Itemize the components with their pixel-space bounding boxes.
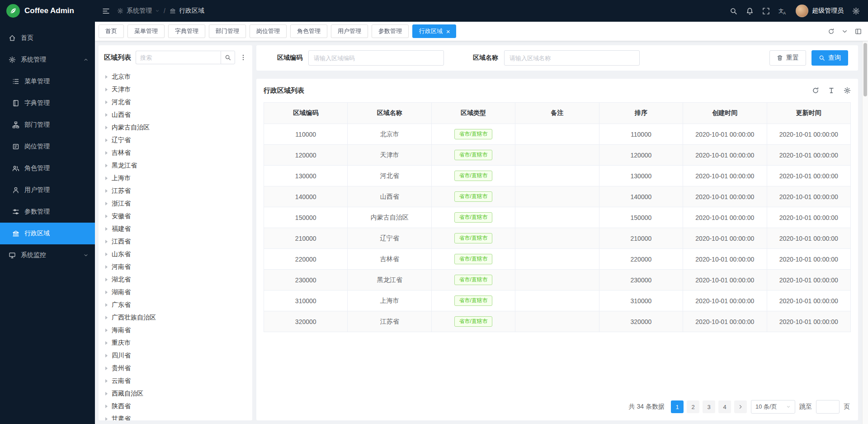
page-button-3[interactable]: 3 [703, 400, 715, 413]
table-row[interactable]: 110000北京市省市/直辖市1100002020-10-01 00:00:00… [264, 124, 851, 145]
tree-item[interactable]: 河北省 [100, 96, 250, 109]
tree-item[interactable]: 吉林省 [100, 147, 250, 159]
tree-item[interactable]: 云南省 [100, 375, 250, 387]
table-row[interactable]: 130000河北省省市/直辖市1300002020-10-01 00:00:00… [264, 166, 851, 186]
tree-item[interactable]: 广西壮族自治区 [100, 311, 250, 324]
next-page-button[interactable] [734, 400, 747, 413]
settings-gear-icon[interactable] [852, 7, 860, 15]
text-size-icon[interactable] [828, 87, 835, 94]
table-row[interactable]: 120000天津市省市/直辖市1200002020-10-01 00:00:00… [264, 145, 851, 166]
tree-item[interactable]: 上海市 [100, 172, 250, 185]
bell-icon[interactable] [746, 7, 754, 15]
sidebar-item-dict[interactable]: 字典管理 [0, 92, 95, 114]
table-row[interactable]: 230000黑龙江省省市/直辖市2300002020-10-01 00:00:0… [264, 270, 851, 291]
tree-item[interactable]: 湖南省 [100, 286, 250, 299]
caret-right-icon[interactable] [105, 164, 108, 167]
page-scrollbar[interactable] [862, 41, 868, 424]
tree-item[interactable]: 贵州省 [100, 362, 250, 375]
caret-right-icon[interactable] [105, 88, 108, 91]
tree-item[interactable]: 福建省 [100, 223, 250, 235]
reset-button[interactable]: 重置 [769, 50, 806, 66]
layout-icon[interactable] [855, 28, 862, 35]
tree-item[interactable]: 内蒙古自治区 [100, 121, 250, 134]
tab-role[interactable]: 角色管理 [290, 24, 327, 38]
tree-item[interactable]: 江西省 [100, 235, 250, 248]
caret-right-icon[interactable] [105, 265, 108, 269]
tab-dept[interactable]: 部门管理 [209, 24, 246, 38]
sidebar-group-system[interactable]: 系统管理 [0, 49, 95, 71]
column-settings-icon[interactable] [844, 87, 851, 94]
caret-right-icon[interactable] [105, 341, 108, 345]
caret-right-icon[interactable] [105, 354, 108, 357]
tree-item[interactable]: 北京市 [100, 71, 250, 83]
tab-dict[interactable]: 字典管理 [168, 24, 205, 38]
table-row[interactable]: 210000辽宁省省市/直辖市2100002020-10-01 00:00:00… [264, 228, 851, 249]
query-button[interactable]: 查询 [811, 50, 848, 66]
table-row[interactable]: 140000山西省省市/直辖市1400002020-10-01 00:00:00… [264, 186, 851, 207]
tree-item[interactable]: 山西省 [100, 109, 250, 121]
caret-right-icon[interactable] [105, 240, 108, 243]
scrollbar-thumb[interactable] [863, 43, 867, 96]
caret-right-icon[interactable] [105, 113, 108, 117]
tree-item[interactable]: 天津市 [100, 83, 250, 96]
caret-right-icon[interactable] [105, 303, 108, 307]
tree-item[interactable]: 四川省 [100, 349, 250, 362]
sidebar-item-post[interactable]: 岗位管理 [0, 136, 95, 157]
caret-right-icon[interactable] [105, 316, 108, 319]
tree-item[interactable]: 辽宁省 [100, 134, 250, 147]
caret-right-icon[interactable] [105, 138, 108, 142]
caret-right-icon[interactable] [105, 417, 108, 420]
tab-post[interactable]: 岗位管理 [250, 24, 287, 38]
caret-right-icon[interactable] [105, 100, 108, 104]
page-size-select[interactable]: 10 条/页 [751, 400, 795, 414]
tree-search-input[interactable] [136, 51, 221, 64]
region-name-input[interactable] [504, 50, 640, 66]
tab-options-chevron-icon[interactable] [841, 28, 848, 35]
caret-right-icon[interactable] [105, 189, 108, 193]
caret-right-icon[interactable] [105, 405, 108, 408]
tree-search-button[interactable] [221, 51, 235, 64]
sidebar-item-menu[interactable]: 菜单管理 [0, 71, 95, 92]
tree-item[interactable]: 陕西省 [100, 400, 250, 413]
more-options-icon[interactable] [240, 54, 247, 61]
caret-right-icon[interactable] [105, 176, 108, 180]
page-button-2[interactable]: 2 [687, 400, 699, 413]
tree-item[interactable]: 西藏自治区 [100, 387, 250, 400]
tree-item[interactable]: 江苏省 [100, 185, 250, 197]
tree-item[interactable]: 黑龙江省 [100, 159, 250, 172]
caret-right-icon[interactable] [105, 252, 108, 256]
tree-item[interactable]: 安徽省 [100, 210, 250, 223]
collapse-sidebar-icon[interactable] [102, 7, 110, 15]
tree-item[interactable]: 广东省 [100, 299, 250, 311]
table-row[interactable]: 220000吉林省省市/直辖市2200002020-10-01 00:00:00… [264, 249, 851, 270]
translate-icon[interactable]: 文A [778, 7, 787, 15]
tree-item[interactable]: 甘肃省 [100, 413, 250, 420]
caret-right-icon[interactable] [105, 329, 108, 332]
fullscreen-icon[interactable] [762, 7, 770, 15]
sidebar-item-role[interactable]: 角色管理 [0, 157, 95, 179]
tree-item[interactable]: 河南省 [100, 261, 250, 273]
sidebar-item-user[interactable]: 用户管理 [0, 179, 95, 201]
caret-right-icon[interactable] [105, 227, 108, 231]
tree-item[interactable]: 湖北省 [100, 273, 250, 286]
region-code-input[interactable] [308, 50, 444, 66]
tree-item[interactable]: 海南省 [100, 324, 250, 337]
tab-user[interactable]: 用户管理 [331, 24, 368, 38]
close-icon[interactable]: × [446, 28, 450, 35]
caret-right-icon[interactable] [105, 214, 108, 218]
page-button-4[interactable]: 4 [718, 400, 731, 413]
sidebar-item-home[interactable]: 首页 [0, 27, 95, 49]
sidebar-group-monitor[interactable]: 系统监控 [0, 244, 95, 266]
caret-right-icon[interactable] [105, 202, 108, 205]
tab-home[interactable]: 首页 [99, 24, 124, 38]
search-icon[interactable] [730, 7, 737, 15]
table-row[interactable]: 310000上海市省市/直辖市3100002020-10-01 00:00:00… [264, 291, 851, 311]
caret-right-icon[interactable] [105, 278, 108, 281]
app-logo[interactable]: Coffee Admin [0, 0, 95, 22]
sidebar-item-region[interactable]: 行政区域 [0, 223, 95, 244]
user-menu[interactable]: 超级管理员 [796, 5, 844, 17]
tree-item[interactable]: 浙江省 [100, 197, 250, 210]
caret-right-icon[interactable] [105, 379, 108, 383]
caret-right-icon[interactable] [105, 126, 108, 129]
tree-item[interactable]: 重庆市 [100, 337, 250, 349]
